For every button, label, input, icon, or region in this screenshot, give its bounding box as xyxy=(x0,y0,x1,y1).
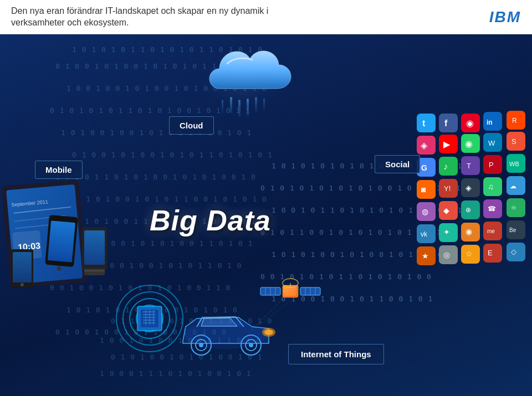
svg-text:☎: ☎ xyxy=(488,205,496,213)
mobile-devices-svg: September 2011 10:03 xyxy=(0,166,122,294)
svg-text:◍: ◍ xyxy=(422,207,428,216)
svg-text:f: f xyxy=(444,119,448,128)
svg-text:◇: ◇ xyxy=(511,248,516,256)
social-label-text: Social xyxy=(385,160,410,169)
top-bar: Den nya eran förändrar IT-landskapet och… xyxy=(0,0,532,34)
svg-text:♫: ♫ xyxy=(488,182,494,191)
main-container: Den nya eran förändrar IT-landskapet och… xyxy=(0,0,532,396)
svg-text:me: me xyxy=(487,228,495,234)
svg-rect-2 xyxy=(238,100,241,116)
svg-text:Y!: Y! xyxy=(444,184,451,193)
svg-rect-119 xyxy=(284,287,296,296)
svg-rect-20 xyxy=(84,269,105,275)
social-apps-area: t f ◉ in R ◈ ▶ ◉ W S G ♪ T P WB ◙ Y! ◈ ♫… xyxy=(416,111,532,305)
svg-text:⊕: ⊕ xyxy=(466,206,471,214)
svg-rect-19 xyxy=(84,230,105,265)
svg-rect-27 xyxy=(439,114,458,132)
svg-text:◙: ◙ xyxy=(421,185,426,194)
cloud-illustration xyxy=(188,44,299,111)
svg-line-131 xyxy=(249,301,290,332)
ibm-logo: IBM xyxy=(489,8,521,26)
svg-point-117 xyxy=(264,330,273,335)
svg-rect-21 xyxy=(84,270,105,271)
svg-point-115 xyxy=(184,321,267,349)
binary-row: 1 0 1 0 0 1 0 0 1 0 1 0 1 1 0 1 0 1 0 1 xyxy=(61,128,252,137)
svg-text:t: t xyxy=(422,119,426,128)
cloud-label: Cloud xyxy=(169,116,214,135)
big-data-text: Big Data xyxy=(150,204,271,236)
svg-text:◉: ◉ xyxy=(466,227,472,236)
social-label: Social xyxy=(375,155,420,173)
svg-rect-25 xyxy=(417,114,436,132)
svg-text:in: in xyxy=(487,119,493,126)
svg-text:◉: ◉ xyxy=(466,119,474,128)
svg-text:✦: ✦ xyxy=(443,228,450,236)
big-data-title: Big Data xyxy=(150,204,271,237)
subtitle-text: Den nya eran förändrar IT-landskapet och… xyxy=(11,6,268,29)
svg-text:G: G xyxy=(421,163,427,172)
svg-text:◈: ◈ xyxy=(421,141,428,150)
subtitle-line2: verksamheter och ekosystem. xyxy=(11,18,129,27)
svg-text:◈: ◈ xyxy=(466,183,472,192)
svg-text:♪: ♪ xyxy=(443,162,448,171)
iot-label: Internet of Things xyxy=(288,344,384,364)
svg-text:Be: Be xyxy=(509,227,516,233)
subtitle-line1: Den nya eran förändrar IT-landskapet och… xyxy=(11,6,268,16)
svg-text:★: ★ xyxy=(422,251,429,260)
svg-text:▶: ▶ xyxy=(443,140,451,149)
svg-text:◆: ◆ xyxy=(443,206,449,215)
svg-point-24 xyxy=(21,283,24,286)
mobile-label: Mobile xyxy=(35,161,83,179)
iot-label-text: Internet of Things xyxy=(301,349,371,359)
svg-rect-91 xyxy=(483,244,502,263)
svg-text:☁: ☁ xyxy=(510,182,516,190)
svg-text:R: R xyxy=(512,117,517,125)
svg-rect-47 xyxy=(439,157,458,176)
social-apps-svg: t f ◉ in R ◈ ▶ ◉ W S G ♪ T P WB ◙ Y! ◈ ♫… xyxy=(416,111,532,299)
svg-rect-23 xyxy=(13,252,32,282)
svg-rect-16 xyxy=(48,220,75,263)
svg-text:◉: ◉ xyxy=(465,139,473,148)
svg-rect-55 xyxy=(417,180,436,199)
binary-row: 0 1 0 1 1 0 0 1 0 1 0 1 0 1 0 1 1 0 1 xyxy=(260,228,442,236)
cloud-label-text: Cloud xyxy=(180,121,203,130)
svg-text:T: T xyxy=(467,162,471,170)
svg-text:vk: vk xyxy=(421,230,428,238)
svg-text:P: P xyxy=(489,161,494,169)
mobile-label-text: Mobile xyxy=(45,165,72,174)
svg-line-130 xyxy=(252,299,283,330)
svg-text:◎: ◎ xyxy=(443,250,450,259)
svg-rect-4 xyxy=(255,97,257,112)
svg-text:W: W xyxy=(488,139,495,147)
svg-text:☆: ☆ xyxy=(466,249,473,258)
svg-text:WB: WB xyxy=(509,161,519,167)
binary-row: 0 1 0 0 1 0 1 0 0 1 0 1 0 1 1 0 1 0 1 0 … xyxy=(72,151,273,159)
svg-text:S: S xyxy=(511,137,516,146)
svg-text:♾: ♾ xyxy=(511,204,516,211)
cloud-svg xyxy=(188,44,299,116)
svg-rect-5 xyxy=(222,100,223,114)
mobile-devices-area: September 2011 10:03 xyxy=(0,166,122,294)
svg-rect-1 xyxy=(230,97,232,114)
svg-rect-3 xyxy=(247,99,249,116)
svg-text:E: E xyxy=(488,249,493,257)
svg-rect-6 xyxy=(263,99,265,111)
